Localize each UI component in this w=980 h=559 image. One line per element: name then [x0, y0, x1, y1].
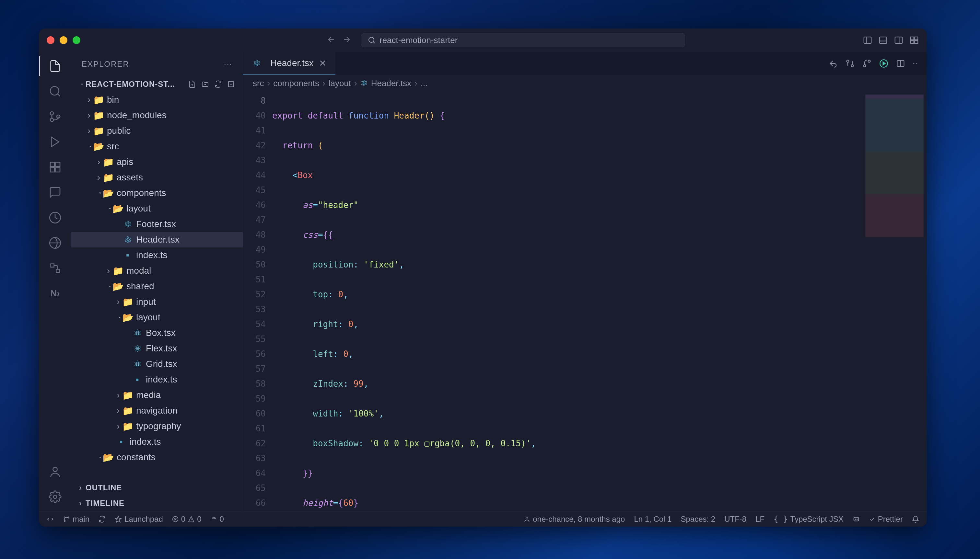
svg-point-10 [50, 118, 53, 121]
tab-header-tsx[interactable]: ⚛ Header.tsx ✕ [243, 52, 335, 75]
svg-rect-6 [910, 40, 914, 43]
tree-folder-navigation[interactable]: ›📁navigation [71, 403, 243, 418]
command-center[interactable]: react-emotion-starter [361, 33, 685, 47]
tree-file-index2[interactable]: ▪index.ts [71, 372, 243, 387]
remote-view[interactable] [47, 235, 63, 251]
svg-point-30 [64, 520, 65, 521]
nx-view[interactable]: N› [47, 286, 63, 301]
language-mode[interactable]: { } TypeScript JSX [774, 514, 843, 524]
outline-section[interactable]: ›OUTLINE [71, 480, 243, 496]
svg-rect-4 [910, 37, 914, 40]
new-folder-icon[interactable] [201, 80, 209, 88]
settings-gear[interactable] [47, 489, 63, 504]
statusbar: main Launchpad 0 0 0 one-chance, 8 month… [39, 511, 927, 527]
svg-point-26 [863, 65, 866, 67]
run-icon[interactable] [879, 59, 888, 68]
accounts[interactable] [47, 464, 63, 479]
tree-folder-input[interactable]: ›📁input [71, 294, 243, 309]
maximize-window[interactable] [73, 36, 80, 44]
tree-folder-layout[interactable]: 📂layout [71, 201, 243, 217]
search-text: react-emotion-starter [380, 35, 458, 45]
git-branch[interactable]: main [63, 514, 90, 524]
svg-rect-1 [864, 37, 871, 43]
svg-point-23 [846, 60, 849, 63]
tree-folder-node-modules[interactable]: ›📁node_modules [71, 108, 243, 123]
problems[interactable]: 0 0 [172, 514, 202, 524]
tree-folder-public[interactable]: ›📁public [71, 123, 243, 139]
tree-file-index3[interactable]: ▪index.ts [71, 434, 243, 450]
svg-point-33 [526, 517, 528, 519]
eol[interactable]: LF [755, 514, 764, 524]
search-view[interactable] [47, 84, 63, 99]
cursor-position[interactable]: Ln 1, Col 1 [634, 514, 672, 524]
svg-rect-2 [879, 37, 887, 43]
git-merge-icon[interactable] [862, 59, 871, 68]
vscode-window: react-emotion-starter [39, 28, 927, 527]
notifications[interactable] [912, 516, 919, 523]
layout-sidebar-left-icon[interactable] [863, 35, 872, 45]
close-window[interactable] [46, 36, 55, 44]
ports[interactable]: 0 [211, 514, 224, 524]
refresh-icon[interactable] [214, 80, 222, 88]
collapse-icon[interactable] [227, 80, 235, 88]
nav-back[interactable] [327, 35, 336, 45]
code-area[interactable]: 8404142434445464748495051525354555657585… [243, 91, 927, 511]
tree-folder-components[interactable]: 📂components [71, 185, 243, 201]
tree-file-flex[interactable]: ⚛Flex.tsx [71, 341, 243, 356]
source-control-view[interactable] [47, 109, 63, 124]
explorer-view[interactable] [47, 58, 63, 74]
tree-folder-shared[interactable]: 📂shared [71, 278, 243, 294]
git-sync[interactable] [98, 516, 106, 523]
minimap[interactable] [862, 91, 927, 511]
tree-file-box[interactable]: ⚛Box.tsx [71, 325, 243, 341]
tree-folder-apis[interactable]: ›📁apis [71, 154, 243, 170]
tree-folder-src[interactable]: 📂src [71, 139, 243, 154]
split-editor-icon[interactable] [896, 59, 905, 68]
layout-sidebar-right-icon[interactable] [894, 35, 904, 45]
layout-customize-icon[interactable] [909, 35, 919, 45]
git-blame[interactable]: one-chance, 8 months ago [524, 514, 625, 524]
svg-point-0 [369, 37, 374, 43]
tree-file-grid[interactable]: ⚛Grid.tsx [71, 356, 243, 372]
minimize-window[interactable] [60, 36, 67, 44]
tree-folder-layout2[interactable]: 📂layout [71, 309, 243, 325]
tree-file-footer[interactable]: ⚛Footer.tsx [71, 217, 243, 232]
git-compare-icon[interactable] [846, 59, 855, 68]
indentation[interactable]: Spaces: 2 [681, 514, 715, 524]
close-tab[interactable]: ✕ [319, 58, 326, 69]
timeline-section[interactable]: ›TIMELINE [71, 496, 243, 511]
project-header[interactable]: REACT-EMOTION-ST... [71, 76, 243, 92]
nav-forward[interactable] [342, 35, 351, 45]
svg-rect-19 [56, 269, 59, 272]
file-tree: ›📁bin ›📁node_modules ›📁public 📂src ›📁api… [71, 92, 243, 480]
svg-rect-34 [854, 517, 859, 521]
svg-rect-3 [895, 37, 902, 43]
remote-indicator[interactable] [46, 516, 54, 523]
tree-folder-constants[interactable]: 📂constants [71, 450, 243, 465]
new-file-icon[interactable] [188, 80, 196, 88]
svg-point-29 [64, 516, 65, 518]
tree-folder-modal[interactable]: ›📁modal [71, 263, 243, 278]
tree-folder-typography[interactable]: ›📁typography [71, 418, 243, 434]
tree-folder-media[interactable]: ›📁media [71, 387, 243, 403]
timeline-ext-view[interactable] [47, 210, 63, 225]
code-content[interactable]: export default function Header() { retur… [272, 91, 862, 511]
tree-folder-bin[interactable]: ›📁bin [71, 92, 243, 108]
tab-label: Header.tsx [270, 58, 314, 68]
launchpad[interactable]: Launchpad [115, 514, 163, 524]
tree-file-index1[interactable]: ▪index.ts [71, 247, 243, 263]
sidebar-more[interactable]: ··· [224, 60, 232, 69]
go-back-icon[interactable] [829, 59, 838, 68]
run-debug-view[interactable] [47, 134, 63, 150]
tree-file-header[interactable]: ⚛Header.tsx [71, 232, 243, 247]
breadcrumb[interactable]: src› components› layout› ⚛ Header.tsx› .… [243, 75, 927, 91]
copilot[interactable] [852, 516, 860, 523]
encoding[interactable]: UTF-8 [724, 514, 746, 524]
more-actions[interactable]: ··· [913, 61, 917, 66]
layout-panel-icon[interactable] [878, 35, 888, 45]
extensions-view[interactable] [47, 159, 63, 175]
tree-folder-assets[interactable]: ›📁assets [71, 170, 243, 185]
chat-view[interactable] [47, 185, 63, 200]
git-graph-view[interactable] [47, 260, 63, 276]
prettier[interactable]: Prettier [869, 514, 903, 524]
